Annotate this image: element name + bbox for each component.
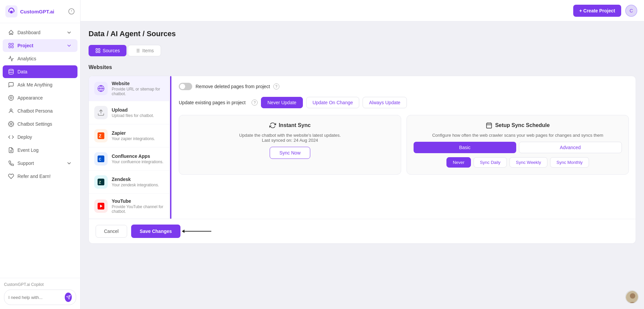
topbar: + Create Project C bbox=[80, 0, 644, 21]
upload-icon bbox=[97, 109, 105, 116]
sidebar-item-appearance[interactable]: Appearance bbox=[3, 91, 77, 104]
sidebar-item-project-label: Project bbox=[17, 43, 33, 48]
svg-point-13 bbox=[10, 97, 12, 99]
toggle-slider bbox=[179, 83, 192, 90]
sidebar-item-support[interactable]: Support bbox=[3, 157, 77, 170]
svg-point-11 bbox=[9, 69, 13, 71]
svg-rect-41 bbox=[487, 123, 492, 128]
sidebar-item-dashboard-label: Dashboard bbox=[17, 30, 41, 35]
source-item-website[interactable]: Website Provide URL or sitemap for chatb… bbox=[89, 76, 169, 101]
settings-icon bbox=[8, 121, 14, 127]
website-source-icon bbox=[94, 82, 108, 95]
update-help-icon[interactable]: ? bbox=[252, 100, 258, 106]
sidebar-item-project[interactable]: Project bbox=[3, 39, 77, 52]
zapier-source-icon: Z bbox=[94, 129, 108, 142]
sidebar-item-refer[interactable]: Refer and Earn! bbox=[3, 170, 77, 183]
upload-source-info: Upload Upload files for chatbot. bbox=[112, 107, 164, 118]
chevron-down-support-icon bbox=[66, 160, 72, 166]
source-item-zendesk[interactable]: Z Zendesk Your zendesk integrations. bbox=[89, 171, 169, 194]
items-tab-icon bbox=[135, 48, 140, 53]
sync-icon bbox=[269, 122, 276, 129]
source-item-youtube[interactable]: YouTube Provide YouTube channel for chat… bbox=[89, 194, 169, 219]
tab-sources[interactable]: Sources bbox=[89, 45, 126, 56]
sidebar-item-settings[interactable]: Chatbot Settings bbox=[3, 118, 77, 130]
frequency-buttons: Never Sync Daily Sync Weekly Sync Monthl… bbox=[446, 157, 589, 168]
instant-sync-title-text: Instant Sync bbox=[279, 122, 311, 128]
sync-now-button[interactable]: Sync Now bbox=[270, 147, 310, 159]
source-item-upload[interactable]: Upload Upload files for chatbot. bbox=[89, 101, 169, 124]
home-icon bbox=[8, 29, 14, 36]
tab-items[interactable]: Items bbox=[128, 45, 161, 56]
svg-point-15 bbox=[10, 123, 12, 125]
card-inner: Website Provide URL or sitemap for chatb… bbox=[89, 76, 636, 219]
svg-text:Z: Z bbox=[99, 133, 102, 138]
chevron-down-icon bbox=[66, 29, 72, 36]
youtube-source-icon bbox=[94, 199, 108, 213]
confluence-source-info: Confluence Apps Your confluence integrat… bbox=[112, 153, 164, 164]
sidebar-item-ask[interactable]: Ask Me Anything bbox=[3, 78, 77, 91]
chevron-down-icon-project bbox=[66, 43, 72, 49]
svg-text:Z: Z bbox=[99, 180, 101, 184]
basic-tab[interactable]: Basic bbox=[414, 142, 516, 153]
advanced-tab[interactable]: Advanced bbox=[519, 142, 622, 153]
copilot-section: CustomGPT.ai Copilot bbox=[0, 278, 80, 309]
copilot-text-input[interactable] bbox=[8, 295, 65, 300]
sidebar-nav: Dashboard Project Analytics Data Ask Me … bbox=[0, 23, 80, 278]
user-avatar-corner[interactable] bbox=[625, 290, 639, 304]
log-icon bbox=[8, 147, 14, 153]
update-on-change-button[interactable]: Update On Change bbox=[306, 97, 360, 108]
website-source-info: Website Provide URL or sitemap for chatb… bbox=[112, 81, 164, 96]
monthly-freq-button[interactable]: Sync Monthly bbox=[550, 157, 589, 168]
youtube-source-name: YouTube bbox=[112, 198, 164, 204]
never-update-button[interactable]: Never Update bbox=[261, 97, 303, 108]
tab-sources-label: Sources bbox=[103, 48, 120, 53]
sidebar-item-settings-label: Chatbot Settings bbox=[17, 121, 52, 127]
sidebar-item-deploy[interactable]: Deploy bbox=[3, 131, 77, 143]
svg-rect-21 bbox=[98, 49, 100, 50]
confluence-source-icon: C bbox=[94, 152, 108, 166]
sidebar-item-appearance-label: Appearance bbox=[17, 95, 43, 101]
zendesk-source-desc: Your zendesk integrations. bbox=[112, 183, 164, 187]
svg-rect-20 bbox=[96, 49, 98, 50]
card-footer: Cancel Save Changes bbox=[89, 219, 636, 243]
website-source-desc: Provide URL or sitemap for chatbot. bbox=[112, 87, 164, 96]
chat-icon bbox=[8, 82, 14, 88]
sidebar-item-persona[interactable]: Chatbot Persona bbox=[3, 105, 77, 117]
sidebar-item-dashboard[interactable]: Dashboard bbox=[3, 26, 77, 39]
daily-freq-button[interactable]: Sync Daily bbox=[474, 157, 507, 168]
youtube-icon bbox=[97, 202, 105, 210]
sources-tab-icon bbox=[95, 48, 101, 53]
sync-row: Instant Sync Update the chatbot with the… bbox=[179, 115, 629, 175]
toggle-help-icon[interactable]: ? bbox=[273, 83, 279, 89]
instant-sync-card: Instant Sync Update the chatbot with the… bbox=[179, 115, 401, 175]
youtube-source-info: YouTube Provide YouTube channel for chat… bbox=[112, 198, 164, 214]
sidebar-item-analytics[interactable]: Analytics bbox=[3, 52, 77, 65]
main-card: Website Provide URL or sitemap for chatb… bbox=[89, 76, 636, 244]
never-freq-button[interactable]: Never bbox=[446, 157, 471, 168]
confluence-source-name: Confluence Apps bbox=[112, 153, 164, 159]
always-update-button[interactable]: Always Update bbox=[363, 97, 407, 108]
weekly-freq-button[interactable]: Sync Weekly bbox=[509, 157, 547, 168]
svg-point-1 bbox=[10, 11, 13, 13]
cancel-button[interactable]: Cancel bbox=[96, 225, 127, 238]
youtube-source-desc: Provide YouTube channel for chatbot. bbox=[112, 204, 164, 214]
sync-schedule-card: Setup Sync Schedule Configure how often … bbox=[407, 115, 629, 175]
arrow-line bbox=[184, 231, 211, 232]
sidebar-item-data[interactable]: Data bbox=[3, 65, 77, 78]
source-list: Website Provide URL or sitemap for chatb… bbox=[89, 76, 169, 219]
sync-schedule-title: Setup Sync Schedule bbox=[486, 122, 550, 129]
source-item-zapier[interactable]: Z Zapier Your zapier integrations. bbox=[89, 124, 169, 147]
copilot-send-button[interactable] bbox=[65, 293, 72, 302]
logo-icon bbox=[5, 5, 17, 17]
zendesk-icon: Z bbox=[97, 178, 105, 186]
remove-pages-toggle[interactable] bbox=[179, 83, 192, 90]
create-project-button[interactable]: + Create Project bbox=[573, 5, 621, 17]
source-item-confluence[interactable]: C Confluence Apps Your confluence integr… bbox=[89, 147, 169, 171]
deploy-icon bbox=[8, 134, 14, 140]
copilot-label: CustomGPT.ai Copilot bbox=[4, 282, 76, 287]
support-icon bbox=[8, 160, 14, 166]
toggle-row: Remove deleted pages from project ? bbox=[179, 83, 629, 90]
save-changes-button[interactable]: Save Changes bbox=[131, 225, 181, 238]
notification-icon[interactable] bbox=[68, 8, 75, 15]
sidebar-item-eventlog[interactable]: Event Log bbox=[3, 144, 77, 157]
